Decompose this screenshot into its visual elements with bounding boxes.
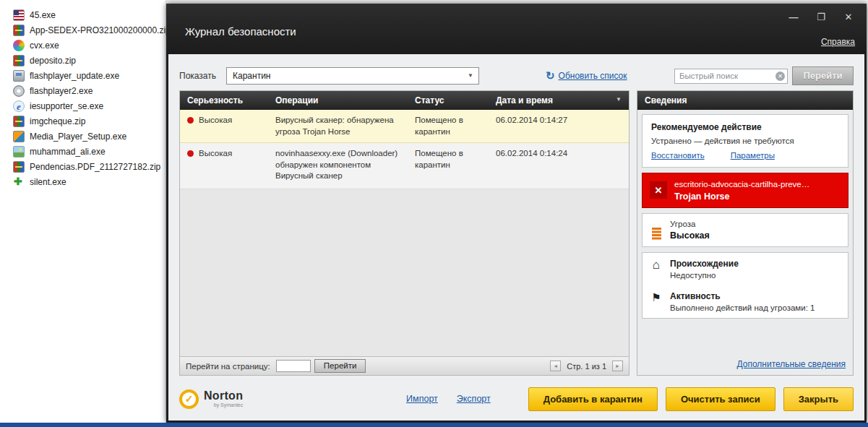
file-item[interactable]: Media_Player_Setup.exe [0,129,166,144]
window-content: Показать Карантин Обновить список Перейт… [168,54,864,420]
norton-wordmark: Norton by Symantec [204,390,243,407]
severity-cell: Высокая [180,110,268,142]
datetime-cell: 06.02.2014 0:14:27 [489,110,629,142]
datetime-cell: 06.02.2014 0:14:24 [489,143,629,189]
page-title: Журнал безопасности [185,25,296,38]
file-item[interactable]: iesupporter_se.exe [0,98,166,113]
file-item[interactable]: muhammad_ali.exe [0,144,166,159]
clear-search-icon[interactable] [775,72,785,81]
column-header-operations[interactable]: Операции [268,95,408,105]
goto-page-label: Перейти на страницу: [186,362,270,371]
installer-icon [13,70,25,82]
help-link[interactable]: Справка [821,37,855,47]
threat-file-name: escritorio-advocacia-cartilha-preve… [674,179,809,190]
next-page-button[interactable] [612,361,623,371]
threat-level-value: Высокая [670,230,710,241]
activity-label: Активность [670,291,815,301]
restore-link[interactable]: Восстановить [651,151,705,160]
export-link[interactable]: Экспорт [457,394,491,404]
brand-name: Norton [204,390,243,402]
recommended-action-links: Восстановить Параметры [651,151,839,160]
import-link[interactable]: Импорт [406,394,438,404]
search-input[interactable] [674,69,788,84]
origin-activity-box: Происхождение Недоступно Активность Выпо… [642,252,848,319]
filter-value: Карантин [233,71,270,81]
norton-window: Журнал безопасности Справка Показать Кар… [166,4,867,423]
recommended-action-title: Рекомендуемое действие [651,122,839,132]
file-name: flashplayer2.exe [30,86,93,96]
app-icon [13,40,25,51]
file-name: Pendencias.PDF_2112727182.zip [30,162,160,172]
severity-value: Высокая [199,148,232,160]
status-cell: Помещено в карантин [408,110,489,142]
table-row[interactable]: Высокая novinhaasexxy.exe (Downloader) о… [180,143,629,189]
file-item[interactable]: App-SEDEX-PRO321000200000.zip [0,22,166,38]
goto-page-button[interactable]: Перейти [314,359,366,373]
plus-icon [13,176,25,188]
clear-entries-button[interactable]: Очистить записи [666,387,775,411]
file-item[interactable]: flashplayer_update.exe [0,68,166,83]
operation-cell: novinhaasexxy.exe (Downloader) обнаружен… [268,143,408,189]
goto-page-input[interactable] [276,360,311,372]
main-area: Серьезность Операции Статус Дата и время… [179,90,854,376]
disc-icon [13,85,25,97]
titlebar: Журнал безопасности Справка [166,4,867,54]
maximize-button[interactable] [813,11,829,24]
activity-entry: Активность Выполнено действий над угроза… [643,285,848,318]
desktop: 45.exe App-SEDEX-PRO321000200000.zip cvx… [0,0,868,427]
file-item[interactable]: deposito.zip [0,53,166,68]
file-name: cvx.exe [30,40,59,51]
home-icon [650,259,663,280]
search-go-button[interactable]: Перейти [792,66,854,85]
severity-dot-icon [187,117,194,124]
refresh-list-link[interactable]: Обновить список [546,69,627,82]
close-button[interactable]: Закрыть [783,387,854,411]
close-icon[interactable] [841,11,856,24]
details-panel: Сведения Рекомендуемое действие Устранен… [637,90,854,376]
search-box [674,69,788,84]
footer-bar: Norton by Symantec Импорт Экспорт Добави… [179,383,854,415]
column-header-severity[interactable]: Серьезность [180,95,268,105]
file-name: 45.exe [30,10,56,20]
file-name: imgcheque.zip [30,116,85,126]
file-item[interactable]: silent.exe [0,174,166,189]
file-item[interactable]: imgcheque.zip [0,113,166,129]
norton-check-icon [179,389,199,409]
file-item[interactable]: 45.exe [0,7,166,22]
zip-archive-icon [13,161,25,173]
file-list-panel: 45.exe App-SEDEX-PRO321000200000.zip cvx… [0,0,166,423]
column-header-datetime[interactable]: Дата и время [489,95,629,105]
column-header-status[interactable]: Статус [408,95,489,105]
details-body: Рекомендуемое действие Устранено — дейст… [637,110,853,375]
recommended-action-text: Устранено — действия не требуются [651,137,839,145]
recommended-action-box: Рекомендуемое действие Устранено — дейст… [642,114,848,168]
severity-cell: Высокая [180,143,268,189]
previous-page-button[interactable] [550,361,561,371]
file-name: flashplayer_update.exe [30,71,119,81]
file-item[interactable]: flashplayer2.exe [0,83,166,98]
threat-level-box: Угроза Высокая [642,213,848,247]
file-item[interactable]: Pendencias.PDF_2112727182.zip [0,159,166,174]
origin-entry: Происхождение Недоступно [643,253,848,285]
add-to-quarantine-button[interactable]: Добавить в карантин [528,387,658,411]
brand-subtitle: by Symantec [214,402,243,407]
operation-cell: Вирусный сканер: обнаружена угроза Troja… [268,110,408,142]
file-name: deposito.zip [30,56,76,66]
parameters-link[interactable]: Параметры [731,151,775,160]
norton-logo: Norton by Symantec [179,389,243,409]
page-status: Стр. 1 из 1 [567,362,606,371]
more-details-link[interactable]: Дополнительные сведения [737,359,846,369]
activity-value: Выполнено действий над угрозами: 1 [670,303,815,312]
media-setup-icon [13,131,25,142]
filter-dropdown[interactable]: Карантин [226,67,479,85]
minimize-button[interactable] [786,11,802,24]
window-controls [786,11,856,24]
table-row[interactable]: Высокая Вирусный сканер: обнаружена угро… [180,110,629,143]
zip-archive-icon [13,55,25,66]
file-name: App-SEDEX-PRO321000200000.zip [30,25,171,35]
threat-name: Trojan Horse [674,191,809,202]
file-item[interactable]: cvx.exe [0,38,166,53]
file-name: muhammad_ali.exe [30,147,106,157]
internet-explorer-icon [13,100,25,112]
details-header: Сведения [637,91,853,110]
